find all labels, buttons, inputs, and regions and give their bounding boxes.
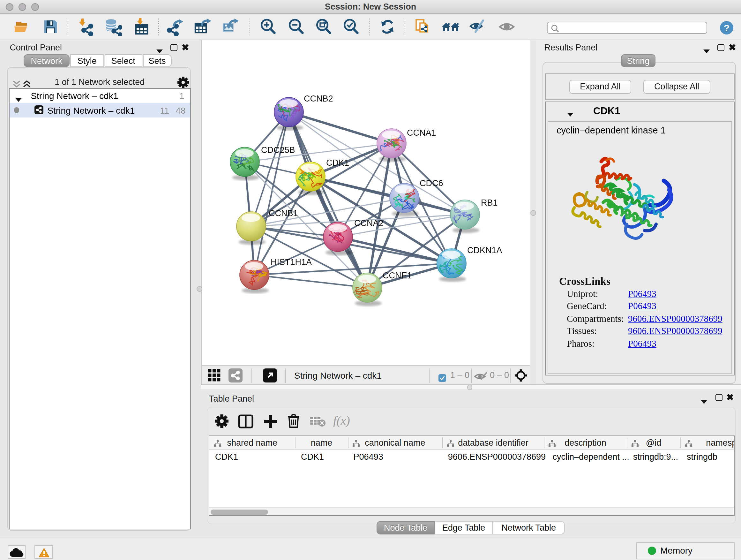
svg-text:CDK1: CDK1 [326,158,349,167]
svg-text:CDKN1A: CDKN1A [467,245,502,255]
svg-text:CCNA1: CCNA1 [407,128,436,137]
svg-text:CDC6: CDC6 [419,178,443,188]
svg-text:f(x): f(x) [333,414,350,428]
svg-text:RB1: RB1 [481,198,497,207]
svg-text:CCNB2: CCNB2 [304,94,333,103]
svg-text:CCNE1: CCNE1 [382,270,412,280]
svg-text:HIST1H1A: HIST1H1A [270,257,312,266]
svg-text:CCNA2: CCNA2 [354,218,383,228]
svg-text:CDC25B: CDC25B [261,145,295,154]
svg-text:CCNB1: CCNB1 [268,208,298,218]
